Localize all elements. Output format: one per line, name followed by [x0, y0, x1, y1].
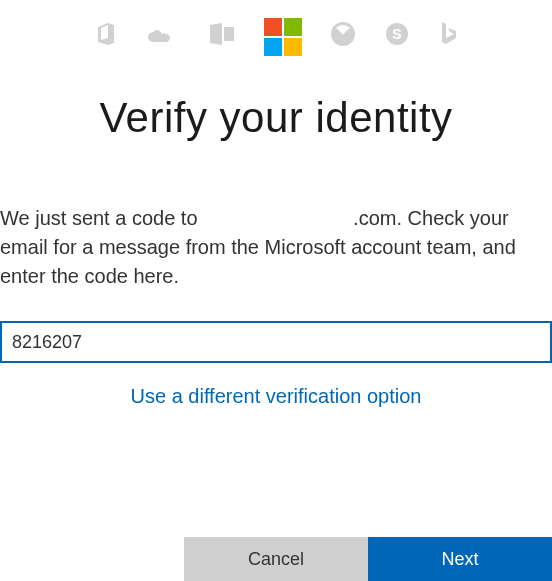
- instructions-text: We just sent a code to .com. Check your …: [0, 204, 552, 291]
- use-different-option-link[interactable]: Use a different verification option: [0, 385, 552, 408]
- microsoft-logo: [264, 18, 302, 56]
- verification-code-input[interactable]: [0, 321, 552, 363]
- cancel-button[interactable]: Cancel: [184, 537, 368, 581]
- svg-text:S: S: [392, 26, 401, 42]
- outlook-icon: [208, 21, 236, 54]
- office-icon: [94, 21, 118, 54]
- email-suffix: .com: [353, 207, 396, 229]
- xbox-icon: [330, 21, 356, 54]
- button-spacer: [0, 537, 184, 581]
- next-button[interactable]: Next: [368, 537, 552, 581]
- service-icon-row: S: [0, 0, 552, 56]
- page-title: Verify your identity: [0, 94, 552, 142]
- masked-email: [203, 207, 353, 229]
- skype-icon: S: [384, 21, 410, 54]
- bing-icon: [438, 20, 458, 55]
- button-row: Cancel Next: [0, 537, 552, 581]
- onedrive-icon: [146, 22, 180, 53]
- instructions-prefix: We just sent a code to: [0, 207, 203, 229]
